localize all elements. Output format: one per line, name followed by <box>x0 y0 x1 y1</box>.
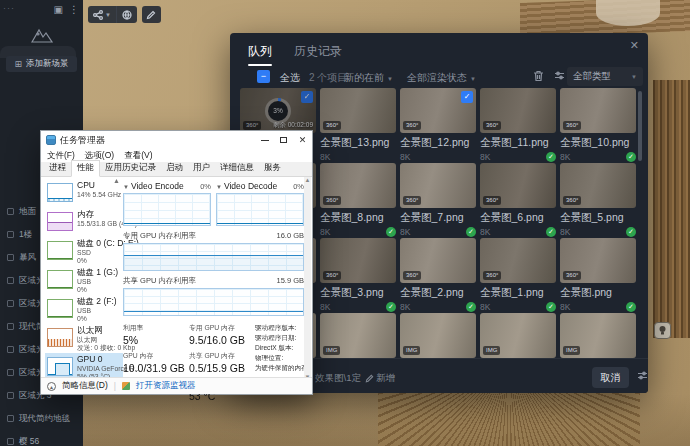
delete-button[interactable] <box>533 70 544 84</box>
render-card[interactable]: 360° ✓ 3% 剩余 00:02:09 全景图_8.png 8K ✓ <box>320 163 396 238</box>
format-badge: 360° <box>483 196 501 205</box>
render-thumbnail: 360° ✓ 3% 剩余 00:02:09 <box>400 238 476 283</box>
card-meta: 8K ✓ <box>560 150 636 163</box>
sensor-sub2: 0% <box>77 315 117 323</box>
tab-queue[interactable]: 队列 <box>248 43 272 66</box>
object-icon <box>7 277 14 284</box>
task-manager-tab[interactable]: 用户 <box>188 161 215 176</box>
panel-scrollbar[interactable] <box>638 91 642 161</box>
tab-history[interactable]: 历史记录 <box>294 43 342 66</box>
render-card[interactable]: 360° ✓ 3% 剩余 00:02:09 全景图_2.png 8K ✓ <box>400 238 476 313</box>
render-card[interactable]: 360° ✓ 3% 剩余 00:02:09 全景图_7.png 8K ✓ <box>400 163 476 238</box>
close-icon[interactable]: ✕ <box>630 39 639 52</box>
render-card[interactable]: 360° ✓ 3% 剩余 00:02:09 全景图_13.png 8K ✓ <box>320 88 396 163</box>
render-thumbnail: 360° ✓ 3% 剩余 00:02:09 <box>480 163 556 208</box>
ceiling-curved-wall <box>596 0 660 26</box>
task-manager-tab[interactable]: 进程 <box>44 161 71 176</box>
card-meta: 8K ✓ <box>400 150 476 163</box>
task-manager-tab[interactable]: 启动 <box>161 161 188 176</box>
cancel-button[interactable]: 取消 <box>592 367 629 388</box>
title-bar[interactable]: 任务管理器 ✕ <box>41 131 312 149</box>
render-status-dropdown[interactable]: 全部渲染状态▼ <box>407 71 476 85</box>
dedicated-memory-max: 16.0 GB <box>276 231 304 241</box>
stat-value: 0.5/15.9 GB <box>189 362 255 374</box>
file-name: 全景图_5.png <box>560 208 636 225</box>
open-resource-monitor-link[interactable]: 打开资源监视器 <box>136 380 196 392</box>
save-path: 效果图\1定 <box>315 372 374 385</box>
filter-button[interactable] <box>554 70 565 83</box>
render-done-icon: ✓ <box>466 302 476 312</box>
card-checkbox[interactable]: ✓ <box>461 91 473 103</box>
shared-memory-graph <box>123 288 304 316</box>
render-card[interactable]: IMG ✓ 3% 剩余 00:02:09 ✓ <box>400 313 476 358</box>
select-all-checkbox[interactable]: − <box>257 70 270 83</box>
panel-toggle-icon[interactable]: ▣ <box>54 4 63 16</box>
task-manager-tab[interactable]: 服务 <box>259 161 286 176</box>
menu-item[interactable]: 查看(V) <box>124 150 152 162</box>
object-label: 樱 56 <box>19 436 39 446</box>
tab-strip: 进程性能应用历史记录启动用户详细信息服务 <box>41 162 312 177</box>
render-card[interactable]: 360° ✓ 3% 剩余 00:02:09 全景图_11.png 8K ✓ <box>480 88 556 163</box>
render-card[interactable]: 360° ✓ 3% 剩余 00:02:09 全景图_5.png 8K ✓ <box>560 163 636 238</box>
minimize-button[interactable] <box>255 131 274 149</box>
render-card[interactable]: 360° ✓ 3% 剩余 00:02:09 全景图_12.png 8K ✓ <box>400 88 476 163</box>
new-folder-button[interactable]: 新增 <box>376 372 395 385</box>
maximize-button[interactable] <box>274 131 293 149</box>
sensor-row[interactable]: CPU 14% 5.54 GHz <box>45 179 123 208</box>
sensor-sub1: 15.5/31.8 GB (49%) <box>77 220 121 228</box>
sort-dropdown[interactable]: 新的在前▼ <box>344 71 393 85</box>
scene-thumbnail-placeholder[interactable] <box>6 22 77 48</box>
object-icon <box>7 254 14 261</box>
sensor-name: 以太网 <box>77 326 121 336</box>
render-card[interactable]: 360° ✓ 3% 剩余 00:02:09 全景图_10.png 8K ✓ <box>560 88 636 163</box>
render-thumbnail: 360° ✓ 3% 剩余 00:02:09 <box>400 88 476 133</box>
sensor-row[interactable]: 内存 15.5/31.8 GB (49%) <box>45 208 123 237</box>
render-card[interactable]: IMG ✓ 3% 剩余 00:02:09 ✓ <box>320 313 396 358</box>
share-button[interactable]: ▼ <box>88 6 116 23</box>
scroll-up-icon[interactable]: ▲ <box>305 177 311 183</box>
select-all-label[interactable]: 全选 <box>280 71 300 85</box>
sensor-row[interactable]: 磁盘 1 (G:) USB 0% <box>45 266 123 295</box>
render-card[interactable]: 360° ✓ 3% 剩余 00:02:09 全景图_3.png 8K ✓ <box>320 238 396 313</box>
sensor-name: 磁盘 0 (C: D: E:) <box>77 239 121 249</box>
render-card[interactable]: IMG ✓ 3% 剩余 00:02:09 ✓ <box>560 313 636 358</box>
task-manager-tab[interactable]: 详细信息 <box>215 161 259 176</box>
details-toggle[interactable]: 简略信息(D) <box>62 380 108 392</box>
render-thumbnail: 360° ✓ 3% 剩余 00:02:09 <box>320 88 396 133</box>
dedicated-memory-label: 专用 GPU 内存利用率 <box>123 231 196 241</box>
render-card[interactable]: 360° ✓ 3% 剩余 00:02:09 全景图.png 8K ✓ <box>560 238 636 313</box>
format-badge: IMG <box>483 346 500 355</box>
sensor-row[interactable]: 磁盘 0 (C: D: E:) SSD 0% <box>45 237 123 266</box>
globe-button[interactable] <box>116 6 137 23</box>
render-card[interactable]: IMG ✓ 3% 剩余 00:02:09 ✓ <box>480 313 556 358</box>
kebab-menu-icon[interactable]: ⋮ <box>69 4 79 16</box>
add-scene-button[interactable]: ⊞ 添加新场景 <box>6 56 77 72</box>
task-manager-tab[interactable]: 应用历史记录 <box>100 161 161 176</box>
card-meta: 8K ✓ <box>480 150 556 163</box>
render-card[interactable]: 360° ✓ 3% 剩余 00:02:09 全景图_1.png 8K ✓ <box>480 238 556 313</box>
sensor-sparkline <box>47 270 73 289</box>
gpu-stat: 共享 GPU 内存 0.5/15.9 GB <box>189 351 255 374</box>
sensor-row[interactable]: 以太网 以太网 发送: 0 接收: 0 Kbp <box>45 324 123 353</box>
scene-object-item[interactable]: 现代简约地毯 <box>0 407 83 430</box>
scene-object-item[interactable]: 樱 56 <box>0 430 83 446</box>
type-filter-dropdown[interactable]: 全部类型 ▼ <box>567 67 643 86</box>
render-done-icon: ✓ <box>466 227 476 237</box>
render-done-icon: ✓ <box>386 227 396 237</box>
task-manager-scrollbar[interactable]: ▲ ▼ <box>304 177 311 380</box>
resolution-label: 8K <box>400 302 410 312</box>
task-manager-tab[interactable]: 性能 <box>71 160 100 177</box>
help-bulb-button[interactable] <box>654 322 671 339</box>
render-card[interactable]: 360° ✓ 3% 剩余 00:02:09 全景图_6.png 8K ✓ <box>480 163 556 238</box>
render-done-icon: ✓ <box>626 302 636 312</box>
chevron-down-icon: ▼ <box>631 74 637 80</box>
settings-button[interactable] <box>637 370 648 383</box>
sensor-name: 内存 <box>77 210 121 220</box>
edit-button[interactable] <box>142 6 161 23</box>
chevron-down-icon: ▼ <box>216 184 222 190</box>
task-manager-window: 任务管理器 ✕ 文件(F)选项(O)查看(V) 进程性能应用历史记录启动用户详细… <box>40 130 313 395</box>
object-icon <box>7 346 14 353</box>
sensor-row[interactable]: 磁盘 2 (F:) USB 0% <box>45 295 123 324</box>
close-button[interactable]: ✕ <box>293 131 312 149</box>
pencil-icon[interactable] <box>365 374 374 383</box>
